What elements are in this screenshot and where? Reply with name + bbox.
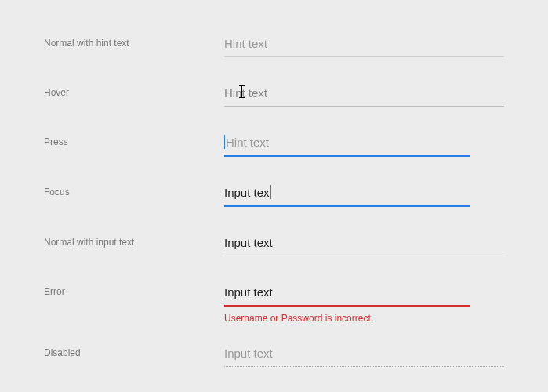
field-wrap: Hint text [224, 129, 504, 157]
text-input-focus[interactable]: Input tex [224, 179, 504, 205]
input-value: Input text [224, 236, 273, 249]
state-label: Disabled [44, 339, 224, 358]
input-underline [224, 366, 504, 367]
placeholder-text: Hint text [224, 37, 267, 50]
input-underline [224, 205, 470, 207]
field-wrap: Hint text [224, 79, 504, 107]
input-underline [224, 155, 470, 157]
field-wrap: Input text Username or Password is incor… [224, 278, 504, 324]
input-underline [224, 106, 504, 107]
field-row-normal-input: Normal with input text Input text [44, 229, 504, 256]
text-input-normal-filled[interactable]: Input text [224, 229, 504, 256]
state-label: Hover [44, 79, 224, 98]
field-row-disabled: Disabled Input text [44, 339, 504, 367]
text-caret-icon [224, 135, 225, 149]
text-input-normal[interactable]: Hint text [224, 30, 504, 56]
input-value: Input text [224, 347, 273, 360]
input-underline [224, 305, 470, 307]
field-wrap: Input text [224, 339, 504, 367]
field-wrap: Hint text [224, 30, 504, 57]
field-wrap: Input text [224, 229, 504, 256]
field-row-error: Error Input text Username or Password is… [44, 278, 504, 324]
text-caret-icon [270, 185, 271, 199]
input-underline [224, 256, 504, 256]
text-input-press[interactable]: Hint text [224, 129, 504, 155]
error-message: Username or Password is incorrect. [224, 313, 504, 324]
field-row-focus: Focus Input tex [44, 179, 504, 207]
state-label: Error [44, 278, 224, 297]
field-wrap: Input tex [224, 179, 504, 207]
text-input-error[interactable]: Input text [224, 278, 504, 305]
placeholder-text: Hint text [226, 136, 269, 149]
text-input-disabled: Input text [224, 339, 504, 366]
field-row-hover: Hover Hint text [44, 79, 504, 107]
field-row-normal-hint: Normal with hint text Hint text [44, 30, 504, 57]
field-row-press: Press Hint text [44, 129, 504, 157]
state-label: Normal with hint text [44, 30, 224, 49]
state-label: Focus [44, 179, 224, 198]
state-label: Normal with input text [44, 229, 224, 248]
input-value: Input tex [224, 186, 270, 199]
text-input-hover[interactable]: Hint text [224, 79, 504, 106]
state-label: Press [44, 129, 224, 147]
input-underline [224, 56, 504, 57]
input-value: Input text [224, 285, 273, 299]
placeholder-text: Hint text [224, 86, 267, 100]
